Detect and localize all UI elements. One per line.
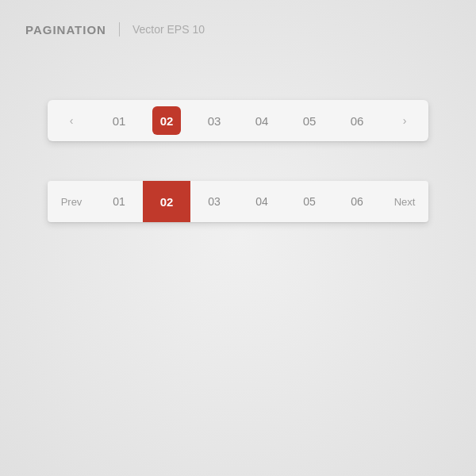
flat-page-item-3[interactable]: 03 — [190, 181, 238, 222]
page-item-5[interactable]: 05 — [286, 100, 333, 141]
flat-page-item-1[interactable]: 01 — [95, 181, 143, 222]
pagination-rounded: ‹ 01 02 03 04 05 06 › — [48, 100, 428, 141]
page-item-4[interactable]: 04 — [238, 100, 286, 141]
header-divider — [119, 22, 120, 36]
page-item-3[interactable]: 03 — [190, 100, 238, 141]
flat-page-item-6[interactable]: 06 — [333, 181, 381, 222]
pagination-flat: Prev 01 02 03 04 05 06 Next — [48, 181, 428, 222]
flat-page-item-4[interactable]: 04 — [238, 181, 286, 222]
page-subtitle: Vector EPS 10 — [132, 23, 205, 36]
page-item-1[interactable]: 01 — [95, 100, 143, 141]
active-circle: 02 — [152, 106, 181, 135]
flat-page-item-5[interactable]: 05 — [286, 181, 333, 222]
flat-page-item-2-active[interactable]: 02 — [143, 181, 190, 222]
page-item-6[interactable]: 06 — [333, 100, 381, 141]
prev-button-rounded[interactable]: ‹ — [48, 100, 95, 141]
next-button-rounded[interactable]: › — [381, 100, 428, 141]
prev-button-flat[interactable]: Prev — [48, 181, 95, 222]
pagination-section: ‹ 01 02 03 04 05 06 › Prev 01 — [25, 100, 451, 222]
next-button-flat[interactable]: Next — [381, 181, 428, 222]
page-title: PAGINATION — [25, 23, 106, 36]
page-item-2-active[interactable]: 02 — [143, 100, 190, 141]
next-arrow-icon: › — [403, 114, 407, 127]
header: PAGINATION Vector EPS 10 — [25, 22, 205, 36]
prev-arrow-icon: ‹ — [70, 114, 74, 127]
